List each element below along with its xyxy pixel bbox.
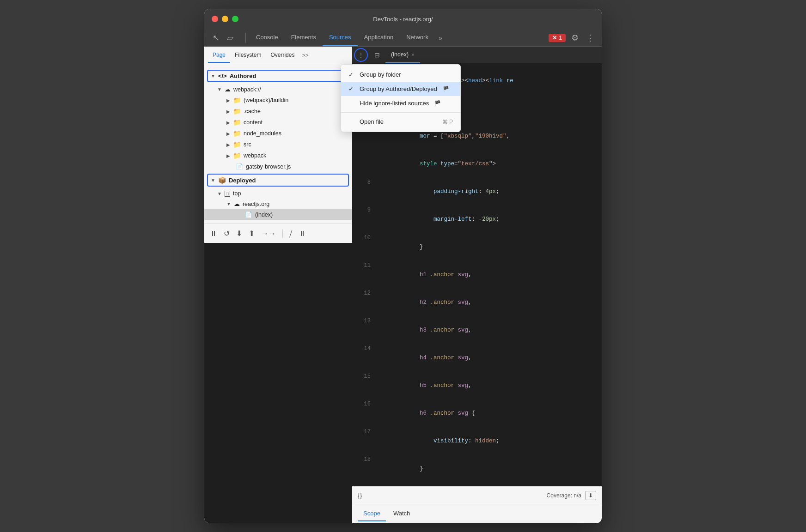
step-over-button[interactable]: ↺ (224, 229, 230, 238)
list-item[interactable]: ▶ 📁 webpack (204, 150, 352, 161)
step-into-button[interactable]: ⬇ (236, 229, 242, 238)
coverage-download-button[interactable]: ⬇ (585, 491, 596, 500)
code-line: style type="text/css"> (352, 150, 602, 178)
toggle-sidebar-button[interactable]: ⊟ (371, 48, 384, 61)
deployed-section[interactable]: ▼ 📦 Deployed (207, 174, 349, 187)
menu-separator (341, 112, 460, 113)
menu-item-open-file[interactable]: ✓ Open file ⌘ P (341, 115, 460, 129)
device-icon[interactable]: ▱ (224, 31, 236, 45)
line-number: 18 (356, 455, 371, 464)
authored-icon: </> (218, 73, 227, 79)
sub-tab-page[interactable]: Page (208, 48, 230, 63)
line-number: 14 (356, 345, 371, 353)
check-icon: ✓ (348, 85, 356, 92)
tab-sources[interactable]: Sources (323, 29, 358, 46)
list-item[interactable]: ▶ 📁 node_modules (204, 128, 352, 139)
item-label: gatsby-browser.js (246, 163, 291, 170)
webpack-item[interactable]: ▼ ☁ webpack:// (204, 84, 352, 95)
code-line: 9 margin-left: -20px; (352, 206, 602, 233)
close-button[interactable] (212, 16, 218, 22)
check-icon: ✓ (348, 71, 356, 78)
devtools-window: DevTools - reactjs.org/ ↖ ▱ Console Elem… (204, 9, 602, 523)
left-panel-wrapper: Page Filesystem Overrides >> ▼ </> Autho… (204, 47, 352, 523)
tab-bar: ⋮ ⊟ (index) × (352, 47, 602, 63)
line-number: 13 (356, 317, 371, 326)
code-content: h4 .anchor svg, (378, 344, 472, 372)
code-line: 18 } (352, 455, 602, 483)
menu-label: Open file (360, 118, 384, 125)
sub-tab-filesystem[interactable]: Filesystem (230, 48, 266, 63)
list-item[interactable]: ▶ 📁 (webpack)/buildin (204, 95, 352, 106)
cursor-icon[interactable]: ↖ (210, 31, 222, 45)
pause-button[interactable]: ⏸ (210, 230, 217, 238)
item-chevron: ▶ (226, 98, 230, 103)
close-tab-button[interactable]: × (411, 52, 414, 57)
left-panel: Page Filesystem Overrides >> ▼ </> Autho… (204, 47, 352, 243)
sub-nav-more[interactable]: >> (299, 50, 311, 60)
file-icon: 📄 (236, 163, 243, 170)
list-item[interactable]: ▼ □ top (204, 188, 352, 199)
menu-item-group-folder[interactable]: ✓ Group by folder (341, 67, 460, 82)
item-label: (index) (255, 212, 273, 218)
folder-icon: 📁 (233, 108, 241, 115)
authored-section[interactable]: ▼ </> Authored (207, 70, 349, 82)
tab-elements[interactable]: Elements (285, 29, 323, 46)
code-content: h1 .anchor svg, (378, 261, 472, 289)
item-label: src (244, 141, 251, 148)
sub-tab-overrides[interactable]: Overrides (266, 48, 299, 63)
menu-item-group-authored[interactable]: ✓ Group by Authored/Deployed 🏴 (341, 82, 460, 96)
folder-icon: 📁 (233, 119, 241, 126)
error-icon: ✕ (552, 35, 557, 41)
nav-divider (245, 33, 246, 43)
cloud-icon: ☁ (234, 200, 240, 207)
flag-icon: 🏴 (434, 100, 441, 106)
stop-button[interactable]: ⏸ (299, 230, 306, 238)
sub-nav: Page Filesystem Overrides >> (204, 47, 352, 64)
folder-icon: 📁 (233, 152, 241, 159)
item-chevron: ▼ (217, 191, 222, 196)
line-number: 16 (356, 400, 371, 409)
tab-network[interactable]: Network (400, 29, 435, 46)
item-label: webpack (244, 152, 266, 159)
code-line: 13 h3 .anchor svg, (352, 316, 602, 344)
deployed-icon: 📦 (218, 176, 226, 184)
line-number: 9 (356, 206, 371, 215)
maximize-button[interactable] (232, 16, 238, 22)
more-options-button[interactable]: ⋮ (584, 31, 596, 45)
list-item[interactable]: ▶ 📁 content (204, 117, 352, 128)
file-tab-index[interactable]: (index) × (385, 47, 420, 63)
deactivate-button[interactable]: ⧸ (289, 230, 292, 238)
tab-application[interactable]: Application (358, 29, 400, 46)
item-chevron: ▶ (226, 142, 230, 147)
code-content: } (378, 233, 423, 261)
tab-console[interactable]: Console (250, 29, 285, 46)
list-item[interactable]: ▼ ☁ reactjs.org (204, 199, 352, 209)
scope-tab[interactable]: Scope (358, 506, 386, 521)
list-item[interactable]: 📄 gatsby-browser.js (204, 161, 352, 172)
minimize-button[interactable] (222, 16, 228, 22)
nav-bar: ↖ ▱ Console Elements Sources Application… (204, 29, 602, 47)
list-item[interactable]: ▶ 📁 src (204, 139, 352, 150)
error-badge: ✕ 1 (549, 34, 566, 42)
menu-dots-button[interactable]: ⋮ (354, 48, 368, 62)
step-button[interactable]: →→ (261, 230, 276, 238)
watch-tab[interactable]: Watch (388, 506, 415, 521)
list-item[interactable]: 📄 (index) (204, 209, 352, 220)
line-number: 15 (356, 372, 371, 381)
pretty-print-button[interactable]: {} (358, 492, 362, 499)
folder-icon: 📁 (233, 97, 241, 104)
step-out-button[interactable]: ⬆ (249, 229, 255, 238)
folder-icon: 📁 (233, 130, 241, 137)
menu-item-hide-ignored[interactable]: ✓ Hide ignore-listed sources 🏴 (341, 96, 460, 110)
code-line: 12 h2 .anchor svg, (352, 289, 602, 316)
code-content: margin-left: -20px; (378, 206, 500, 233)
code-content: visibility: hidden; (378, 427, 500, 455)
webpack-chevron: ▼ (217, 87, 222, 92)
coverage-label: Coverage: n/a (547, 492, 581, 499)
flag-icon: 🏴 (443, 86, 449, 92)
list-item[interactable]: ▶ 📁 .cache (204, 106, 352, 117)
nav-more-button[interactable]: » (435, 32, 446, 43)
line-number: 11 (356, 261, 371, 270)
settings-button[interactable]: ⚙ (569, 31, 580, 45)
code-line: 17 visibility: hidden; (352, 427, 602, 455)
